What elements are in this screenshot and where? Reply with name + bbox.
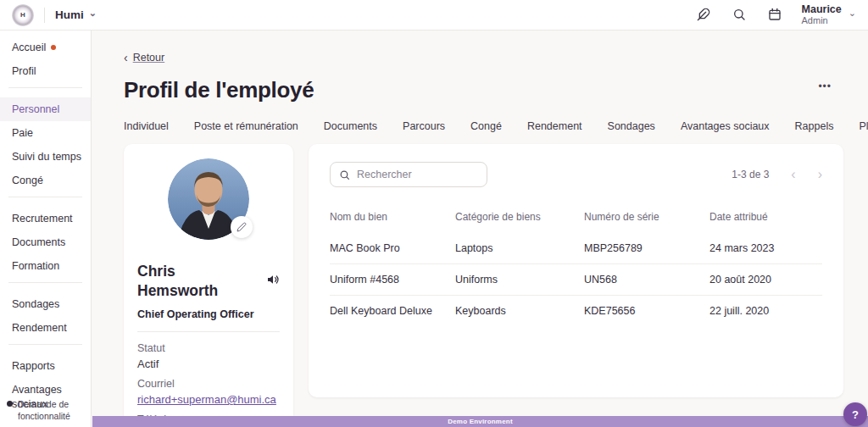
chevron-down-icon: ⌄ [89,8,97,18]
chevron-left-icon: ‹ [124,51,128,64]
asset-name: Uniform #4568 [330,264,455,295]
quill-icon[interactable] [695,6,712,23]
chevron-left-icon[interactable]: ‹ [791,168,795,181]
pagination: 1-3 de 3 ‹ › [732,168,822,181]
sidebar-item-documents[interactable]: Documents [0,230,91,254]
help-button[interactable]: ? [843,402,867,426]
sidebar-item-personnel[interactable]: Personnel [0,97,91,121]
speaker-icon[interactable] [266,273,280,290]
tab-sondages[interactable]: Sondages [608,120,655,137]
tab-rappels[interactable]: Rappels [795,120,834,137]
divider [8,282,82,283]
main-content: ‹ Retour Profil de l'employé ••• Individ… [92,30,868,427]
tab-rendement[interactable]: Rendement [527,120,582,137]
status-label: Statut [137,342,280,354]
assets-table: Nom du bien Catégorie de biens Numéro de… [330,206,822,326]
column-header: Catégorie de biens [455,206,584,233]
user-name: Maurice [802,3,842,15]
asset-date: 22 juill. 2020 [709,296,822,326]
demo-banner-label: Demo Environment [448,418,513,425]
sidebar-item-label: Rapports [12,359,55,373]
employee-profile-card: Chris Hemsworth Chief Operating Officer … [124,144,293,427]
job-title: Chief Operating Officer [137,308,280,320]
tab-documents[interactable]: Documents [324,120,377,137]
feature-request-label: Demande de fonctionnalité [18,398,87,422]
user-role: Admin [802,15,842,26]
table-row[interactable]: MAC Book Pro Laptops MBP256789 24 mars 2… [330,233,822,263]
feedback-dot-icon [7,401,13,407]
sidebar-item-label: Rendement [12,321,67,335]
sidebar-item-label: Documents [12,236,65,249]
sidebar-item-conge[interactable]: Congé [0,169,91,192]
sidebar-item-accueil[interactable]: Accueil [0,36,91,59]
asset-name: MAC Book Pro [330,233,455,263]
top-bar: H Humi ⌄ Maurice Admin ⌄ [0,0,868,30]
asset-name: Dell Keyboard Deluxe [330,296,455,326]
asset-search[interactable] [330,162,487,187]
divider [8,344,82,345]
sidebar-item-label: Congé [12,174,43,187]
page-title: Profil de l'employé [124,77,314,103]
asset-category: Laptops [455,233,584,263]
sidebar-item-label: Profil [12,64,36,78]
sidebar-item-label: Formation [12,259,59,273]
more-options-button[interactable]: ••• [815,77,835,96]
tab-bar: Individuel Poste et rémunération Documen… [124,120,843,137]
sidebar-item-recrutement[interactable]: Recrutement [0,207,91,230]
tab-parcours[interactable]: Parcours [403,120,445,137]
divider [137,331,280,332]
asset-category: Uniforms [455,264,584,295]
table-header-row: Nom du bien Catégorie de biens Numéro de… [330,206,822,233]
column-header: Nom du bien [330,206,455,233]
email-link[interactable]: richard+superman@humi.ca [137,393,280,406]
edit-avatar-button[interactable] [231,216,253,238]
asset-date: 24 mars 2023 [709,233,822,263]
tab-plus-label: Plus [859,120,868,132]
divider [44,8,45,23]
chevron-down-icon: ⌄ [849,8,856,18]
sidebar-item-suivi-du-temps[interactable]: Suivi du temps [0,145,91,169]
column-header: Date attribué [709,206,822,233]
calendar-icon[interactable] [766,6,783,23]
asset-serial: KDE75656 [584,296,709,326]
sidebar-item-profil[interactable]: Profil [0,59,91,83]
assets-card: 1-3 de 3 ‹ › Nom du bien Catégorie de bi… [309,144,843,397]
sidebar-item-rapports[interactable]: Rapports [0,354,91,378]
tab-avantages-sociaux[interactable]: Avantages sociaux [681,120,770,137]
table-row[interactable]: Dell Keyboard Deluxe Keyboards KDE75656 … [330,296,822,326]
feature-request-link[interactable]: Demande de fonctionnalité [7,398,87,422]
tab-conge[interactable]: Congé [470,120,502,137]
sidebar-item-rendement[interactable]: Rendement [0,316,91,340]
user-menu[interactable]: Maurice Admin ⌄ [802,3,856,26]
sidebar-item-sondages[interactable]: Sondages [0,292,91,316]
search-icon [339,169,350,180]
sidebar: Accueil Profil Personnel Paie Suivi du t… [0,30,92,427]
demo-environment-banner: Demo Environment [92,416,868,427]
tab-poste-et-remuneration[interactable]: Poste et rémunération [194,120,298,137]
notification-dot-icon [51,45,56,50]
asset-serial: UN568 [584,264,709,295]
table-row[interactable]: Uniform #4568 Uniforms UN568 20 août 202… [330,264,822,295]
sidebar-item-label: Accueil [12,41,46,54]
back-link[interactable]: ‹ Retour [124,51,164,64]
asset-category: Keyboards [455,296,584,326]
asset-date: 20 août 2020 [709,264,822,295]
brand-label: Humi [55,8,84,21]
column-header: Numéro de série [584,206,709,233]
search-icon[interactable] [731,6,748,23]
asset-serial: MBP256789 [584,233,709,263]
divider [8,87,82,88]
sidebar-item-paie[interactable]: Paie [0,121,91,145]
status-value: Actif [137,358,280,370]
divider [8,197,82,197]
sidebar-item-formation[interactable]: Formation [0,254,91,278]
sidebar-item-label: Personnel [12,103,59,116]
sidebar-item-label: Suivi du temps [12,150,81,164]
search-input[interactable] [357,169,467,180]
pagination-range: 1-3 de 3 [732,169,769,180]
tab-plus[interactable]: Plus ⌄ [859,120,868,137]
chevron-right-icon[interactable]: › [818,168,822,181]
tab-individuel[interactable]: Individuel [124,120,169,137]
company-switcher[interactable]: Humi ⌄ [55,8,97,21]
back-label: Retour [133,52,165,64]
